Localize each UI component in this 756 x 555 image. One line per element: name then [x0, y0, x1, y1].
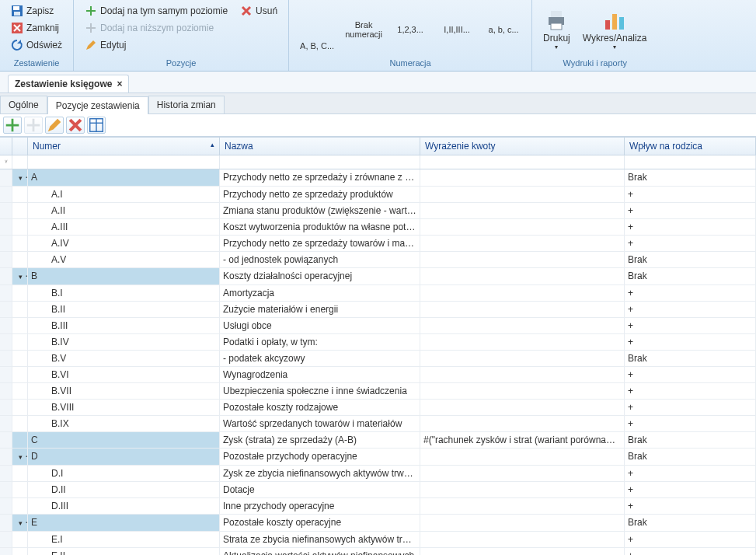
- table-row[interactable]: ▾APrzychody netto ze sprzedaży i zrównan…: [0, 169, 756, 187]
- col-wplyw[interactable]: Wpływ na rodzica: [625, 138, 756, 155]
- col-nazwa[interactable]: Nazwa: [220, 138, 420, 155]
- table-row[interactable]: B.VIIIPozostałe koszty rodzajowe+: [0, 400, 756, 416]
- table-row[interactable]: ▾BKoszty działalności operacyjnejBrak: [0, 268, 756, 285]
- table-row[interactable]: B.V- podatek akcyzowyBrak: [0, 351, 756, 367]
- table-row[interactable]: ▾DPozostałe przychody operacyjneBrak: [0, 449, 756, 466]
- row-indicator: [0, 449, 12, 465]
- cell-wyrazenie: [420, 203, 625, 218]
- table-row[interactable]: D.IZysk ze zbycia niefinansowych aktywów…: [0, 466, 756, 482]
- dodaj-nizszy-button: Dodaj na niższym poziomie: [82, 20, 231, 36]
- tb-edit-button[interactable]: [45, 117, 64, 134]
- grid-body[interactable]: ▾APrzychody netto ze sprzedaży i zrównan…: [0, 169, 756, 555]
- tree-toggle: [12, 400, 28, 415]
- tb-columns-button[interactable]: [87, 117, 106, 134]
- doc-tab-close-icon[interactable]: ×: [117, 79, 122, 89]
- zapisz-button[interactable]: Zapisz: [8, 3, 65, 19]
- tree-toggle[interactable]: ▾: [12, 515, 28, 531]
- tb-add-button[interactable]: [3, 117, 22, 134]
- dodaj-samy-button[interactable]: Dodaj na tym samym poziomie: [82, 3, 231, 19]
- wykres-button[interactable]: Wykres/Analiza ▾: [577, 2, 653, 57]
- table-row[interactable]: A.IPrzychody netto ze sprzedaży produktó…: [0, 187, 756, 203]
- table-row[interactable]: ▾EPozostałe koszty operacyjneBrak: [0, 515, 756, 532]
- grid-header: Numer Nazwa Wyrażenie kwoty Wpływ na rod…: [0, 138, 756, 155]
- edytuj-button[interactable]: Edytuj: [82, 37, 231, 53]
- table-row[interactable]: B.IIZużycie materiałów i energii+: [0, 302, 756, 318]
- table-row[interactable]: B.IAmortyzacja+: [0, 285, 756, 302]
- tree-toggle: [12, 187, 28, 202]
- cell-wyrazenie: [420, 532, 625, 547]
- doc-tab[interactable]: Zestawienie księgowe ×: [8, 75, 129, 92]
- filter-numer[interactable]: [28, 155, 220, 169]
- table-row[interactable]: B.IXWartość sprzedanych towarów i materi…: [0, 416, 756, 432]
- cell-numer: B.I: [28, 285, 220, 301]
- row-indicator: [0, 515, 12, 531]
- cell-wyrazenie: [420, 302, 625, 317]
- table-row[interactable]: B.IVPodatki i opłaty, w tym:+: [0, 334, 756, 351]
- table-row[interactable]: A.V- od jednostek powiązanychBrak: [0, 252, 756, 268]
- filter-nazwa[interactable]: [220, 155, 420, 169]
- chevron-down-icon[interactable]: ▾: [16, 517, 25, 529]
- row-indicator: [0, 548, 12, 555]
- cell-wplyw: +: [625, 498, 756, 514]
- row-indicator: [0, 252, 12, 267]
- table-row[interactable]: E.IIAktualizacja wartości aktywów niefin…: [0, 548, 756, 555]
- group-label-numeracja: Numeracja: [294, 57, 527, 71]
- cell-wyrazenie: [420, 187, 625, 202]
- table-row[interactable]: A.IVPrzychody netto ze sprzedaży towarów…: [0, 236, 756, 252]
- usun-button[interactable]: Usuń: [237, 3, 280, 19]
- table-row[interactable]: A.IIZmiana stanu produktów (zwiększenie …: [0, 203, 756, 219]
- tb-add-child-button: [24, 117, 43, 134]
- cell-numer: C: [28, 432, 220, 448]
- cell-wplyw: +: [625, 318, 756, 333]
- row-indicator: [0, 268, 12, 284]
- cell-nazwa: Przychody netto ze sprzedaży i zrównane …: [220, 169, 420, 186]
- zamknij-button[interactable]: Zamknij: [8, 20, 65, 36]
- odswiez-label: Odśwież: [26, 40, 62, 51]
- table-row[interactable]: D.IIDotacje+: [0, 482, 756, 498]
- cell-numer: A.V: [28, 252, 220, 267]
- chevron-down-icon[interactable]: ▾: [16, 271, 25, 283]
- delete-icon: [67, 117, 84, 134]
- cell-nazwa: Koszt wytworzenia produktów na własne po…: [220, 219, 420, 235]
- drukuj-button[interactable]: Drukuj ▾: [537, 2, 577, 57]
- cell-wplyw: +: [625, 302, 756, 317]
- delete-icon: [240, 5, 253, 17]
- tab-pozycje[interactable]: Pozycje zestawienia: [47, 96, 148, 114]
- table-row[interactable]: D.IIIInne przychody operacyjne+: [0, 498, 756, 515]
- filter-wyrazenie[interactable]: [420, 155, 625, 169]
- tb-delete-button[interactable]: [66, 117, 85, 134]
- table-row[interactable]: B.VIIUbezpieczenia społeczne i inne świa…: [0, 383, 756, 400]
- col-numer[interactable]: Numer: [28, 138, 220, 155]
- cell-nazwa: Dotacje: [220, 482, 420, 497]
- cell-nazwa: Amortyzacja: [220, 285, 420, 301]
- printer-icon: [544, 8, 569, 33]
- chevron-down-icon[interactable]: ▾: [16, 451, 25, 463]
- chevron-down-icon[interactable]: ▾: [16, 172, 25, 184]
- num-123[interactable]: 1,2,3...: [387, 2, 434, 57]
- tab-ogolne[interactable]: Ogólne: [0, 96, 47, 113]
- table-row[interactable]: B.IIIUsługi obce+: [0, 318, 756, 334]
- cell-nazwa: Pozostałe przychody operacyjne: [220, 449, 420, 465]
- filter-wplyw[interactable]: [625, 155, 756, 169]
- tree-toggle[interactable]: ▾: [12, 268, 28, 284]
- cell-wplyw: Brak: [625, 252, 756, 267]
- columns-icon: [88, 117, 105, 134]
- num-roman[interactable]: I,II,III...: [434, 2, 480, 57]
- num-brak[interactable]: Brak numeracji: [340, 2, 387, 57]
- table-row[interactable]: CZysk (strata) ze sprzedaży (A-B)#("rach…: [0, 432, 756, 449]
- cell-wyrazenie: #("rachunek zysków i strat (wariant poró…: [420, 432, 625, 448]
- cell-wyrazenie: [420, 449, 625, 465]
- tree-toggle[interactable]: ▾: [12, 169, 28, 186]
- tree-toggle[interactable]: ▾: [12, 449, 28, 465]
- odswiez-button[interactable]: Odśwież: [8, 37, 65, 53]
- tab-historia[interactable]: Historia zmian: [148, 96, 225, 113]
- num-abc-lower[interactable]: a, b, c...: [480, 2, 527, 57]
- col-wyrazenie[interactable]: Wyrażenie kwoty: [420, 138, 625, 155]
- table-row[interactable]: A.IIIKoszt wytworzenia produktów na włas…: [0, 219, 756, 236]
- table-row[interactable]: B.VIWynagrodzenia+: [0, 367, 756, 383]
- row-indicator: [0, 498, 12, 514]
- table-row[interactable]: E.IStrata ze zbycia niefinansowych aktyw…: [0, 532, 756, 548]
- cell-numer: B.IX: [28, 416, 220, 431]
- num-abc-upper[interactable]: A, B, C...: [294, 2, 340, 57]
- cell-wyrazenie: [420, 482, 625, 497]
